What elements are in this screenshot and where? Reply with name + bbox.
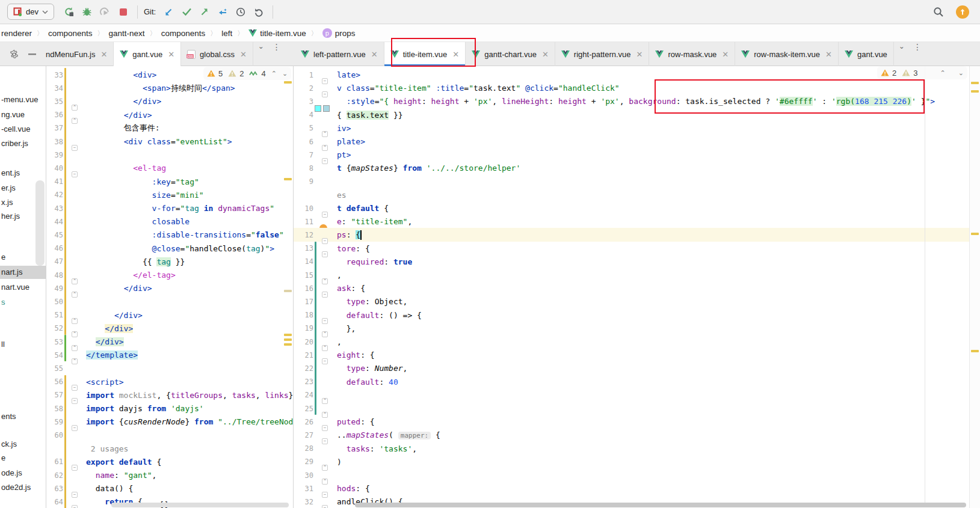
tab-list-chevron-icon[interactable]: ⌄ — [253, 42, 269, 66]
sidebar-file-item[interactable]: nart.vue — [1, 281, 29, 294]
sidebar-file-item[interactable]: ll — [1, 338, 5, 351]
code-line[interactable]: 45 :disable-transitions="false" — [46, 228, 293, 242]
git-fetch-button[interactable] — [214, 4, 232, 20]
code-line[interactable]: 55 — [46, 361, 293, 375]
breadcrumb-item-props[interactable]: pprops — [321, 27, 357, 39]
tab-list-chevron-icon[interactable]: ⌄ — [894, 42, 910, 66]
sidebar-file-item[interactable]: s — [1, 296, 5, 309]
code-line[interactable]: 12−ps: { — [294, 228, 980, 242]
stop-button[interactable] — [114, 4, 132, 20]
sidebar-scrollbar[interactable] — [35, 180, 45, 266]
code-line[interactable]: 35⌃ </div> — [46, 94, 293, 108]
code-line[interactable]: 24⌃ — [294, 388, 980, 402]
code-line[interactable]: 51⌃ </div> — [46, 308, 293, 322]
code-line[interactable]: 37 包含事件: — [46, 121, 293, 135]
code-line[interactable]: 62 name: "gant", — [46, 468, 293, 482]
code-line[interactable]: 40− <el-tag — [46, 161, 293, 175]
prev-problem-icon[interactable]: ⌃ — [271, 70, 277, 78]
code-line[interactable]: 18− default: () => { — [294, 308, 980, 322]
sidebar-file-item[interactable]: -menu.vue — [1, 93, 38, 106]
code-line[interactable]: 58import dayjs from 'dayjs' — [46, 402, 293, 415]
search-everywhere-button[interactable] — [929, 4, 948, 20]
code-line[interactable]: 50 — [46, 295, 293, 308]
next-problem-icon[interactable]: ⌄ — [282, 70, 288, 78]
rerun-button[interactable] — [60, 4, 78, 20]
code-line[interactable]: 63− data() { — [46, 482, 293, 495]
code-line[interactable]: 38− <div class="eventList"> — [46, 135, 293, 148]
code-line[interactable]: 6⌃plate> — [294, 135, 980, 148]
stripe-warning-mark[interactable] — [284, 290, 292, 292]
code-line[interactable]: 23 default: 40 — [294, 375, 980, 389]
close-icon[interactable]: ✕ — [240, 50, 247, 59]
close-icon[interactable]: ✕ — [371, 50, 378, 59]
code-line[interactable]: 47 {{ tag }} — [46, 255, 293, 269]
code-line[interactable]: 8t {mapStates} from '../../store/helper' — [294, 161, 980, 175]
code-line[interactable]: 61−export default { — [46, 455, 293, 469]
tab-options-kebab-icon[interactable]: ⋮ — [910, 42, 925, 66]
code-line[interactable]: 21−eight: { — [294, 348, 980, 362]
stripe-warning-mark[interactable] — [971, 233, 979, 235]
code-line[interactable]: 20⌃, — [294, 335, 980, 349]
sidebar-file-item[interactable]: her.js — [1, 210, 20, 223]
inlay-hint-line[interactable]: 2 usages — [46, 442, 293, 456]
close-icon[interactable]: ✕ — [100, 50, 107, 59]
git-commit-button[interactable] — [177, 4, 196, 20]
stripe-warning-mark[interactable] — [284, 334, 292, 336]
h-scrollbar-left[interactable] — [111, 503, 289, 507]
fold-marker-icon[interactable]: − — [72, 505, 78, 508]
sidebar-file-item[interactable]: er.js — [1, 182, 16, 195]
stripe-warning-mark[interactable] — [971, 350, 979, 352]
stripe-warning-mark[interactable] — [284, 178, 292, 180]
sidebar-file-item[interactable]: e — [1, 251, 5, 264]
tab-left-pattern.vue[interactable]: left-pattern.vue✕ — [295, 42, 384, 66]
code-line[interactable]: 31−hods: { — [294, 482, 980, 495]
tab-right-pattern.vue[interactable]: right-pattern.vue✕ — [555, 42, 650, 66]
code-line[interactable]: 60 — [46, 428, 293, 442]
code-line[interactable]: 16−ask: { — [294, 281, 980, 295]
close-icon[interactable]: ✕ — [542, 50, 549, 59]
error-stripe-left[interactable] — [283, 66, 293, 508]
tab-row-mask.vue[interactable]: row-mask.vue✕ — [649, 42, 735, 66]
sidebar-file-item[interactable]: criber.js — [1, 137, 28, 150]
sidebar-file-item[interactable]: ng.vue — [1, 108, 25, 121]
sidebar-file-item[interactable]: nart.js — [0, 266, 46, 279]
git-update-button[interactable] — [159, 4, 177, 20]
sidebar-file-item[interactable]: x.js — [1, 196, 13, 209]
inlay-hint-line[interactable]: es — [294, 188, 980, 202]
breadcrumb-item-components[interactable]: components — [160, 28, 207, 39]
tab-options-kebab-icon[interactable]: ⋮ — [269, 42, 285, 66]
code-line[interactable]: 5⌃iv> — [294, 121, 980, 135]
code-line[interactable]: 17 type: Object, — [294, 295, 980, 308]
stripe-warning-mark[interactable] — [284, 81, 292, 84]
run-config-selector[interactable]: dev — [7, 4, 54, 20]
breadcrumb-item-left[interactable]: left — [220, 28, 233, 39]
code-line[interactable]: 26−puted: { — [294, 415, 980, 429]
code-line[interactable]: 19⌃ }, — [294, 322, 980, 335]
code-line[interactable]: 30⌃ — [294, 468, 980, 482]
debug-button[interactable] — [78, 4, 96, 20]
code-line[interactable]: 22 type: Number, — [294, 361, 980, 375]
breadcrumb-item-gantt-next[interactable]: gantt-next — [108, 28, 146, 39]
code-line[interactable]: 29⌃) — [294, 455, 980, 469]
stripe-warning-mark[interactable] — [971, 90, 979, 93]
close-icon[interactable]: ✕ — [636, 50, 643, 59]
sidebar-file-item[interactable]: ents — [1, 410, 16, 423]
code-line[interactable]: 46 @close="handleClose(tag)"> — [46, 242, 293, 256]
code-line[interactable]: 42 size="mini" — [46, 188, 293, 202]
code-line[interactable]: 9 — [294, 175, 980, 189]
code-line[interactable]: 10−t default { — [294, 201, 980, 215]
code-line[interactable]: 57−import mockList, {titleGroups, tasks,… — [46, 388, 293, 402]
tab-gant.vue[interactable]: gant.vue✕ — [114, 42, 181, 66]
code-line[interactable]: 28 tasks: 'tasks', — [294, 442, 980, 456]
code-line[interactable]: 56−<script> — [46, 375, 293, 389]
breadcrumb-item-title-item.vue[interactable]: title-item.vue — [247, 28, 307, 39]
code-line[interactable]: 54⌃</template> — [46, 348, 293, 362]
close-icon[interactable]: ✕ — [168, 50, 174, 59]
code-line[interactable]: 48⌃ </el-tag> — [46, 268, 293, 282]
code-line[interactable]: 36⌃ </div> — [46, 108, 293, 122]
hide-panel-button[interactable] — [23, 46, 41, 63]
code-line[interactable]: 44 closable — [46, 215, 293, 228]
prev-problem-icon[interactable]: ⌃ — [940, 69, 945, 77]
code-line[interactable]: 25⌃ — [294, 402, 980, 415]
settings-gear-button[interactable] — [5, 46, 23, 63]
